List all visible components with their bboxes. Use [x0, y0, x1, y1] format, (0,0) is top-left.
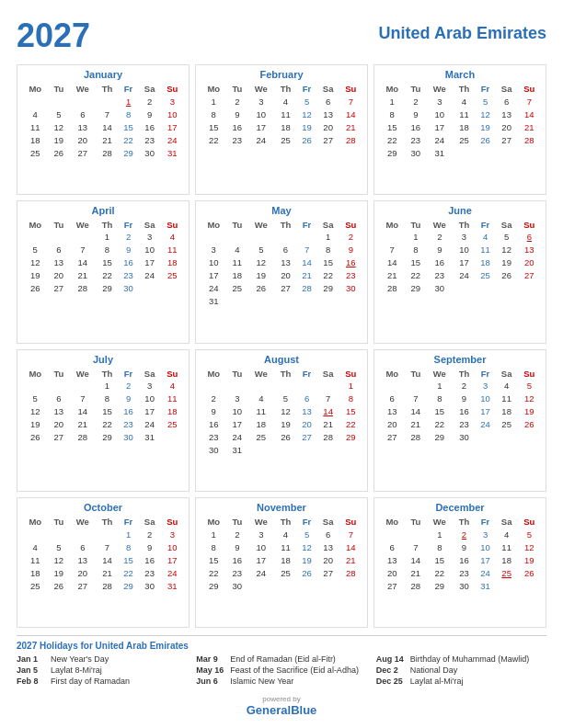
calendar-day: 13	[274, 256, 296, 269]
calendar-day	[227, 380, 248, 392]
calendar-day: 12	[49, 120, 70, 133]
calendar-day: 19	[297, 553, 317, 566]
calendar-day: 8	[406, 244, 427, 256]
calendar-day: 14	[339, 540, 362, 553]
day-header-we: We	[426, 516, 453, 528]
calendars-grid: JanuaryMoTuWeThFrSaSu1234567891011121314…	[17, 64, 546, 628]
calendar-day: 2	[119, 380, 139, 392]
calendar-day: 29	[201, 579, 227, 592]
calendar-day: 27	[518, 269, 541, 282]
holiday-name: End of Ramadan (Eid al-Fitr)	[230, 654, 336, 664]
day-header-fr: Fr	[119, 368, 139, 380]
calendar-day	[274, 444, 296, 457]
calendar-day	[453, 282, 475, 295]
calendar-day: 11	[274, 108, 296, 120]
calendar-day	[49, 95, 70, 108]
calendar-day: 16	[227, 553, 248, 566]
day-header-tu: Tu	[227, 516, 248, 528]
footer-brand-general: General	[247, 703, 291, 717]
calendar-day: 1	[201, 528, 227, 540]
calendar-day: 25	[22, 579, 49, 592]
calendar-day: 28	[317, 431, 339, 444]
calendar-day: 23	[201, 431, 227, 444]
calendar-day: 16	[339, 256, 362, 269]
calendar-table: MoTuWeThFrSaSu12345678910111213141516171…	[22, 368, 184, 444]
calendar-day: 21	[69, 269, 96, 282]
calendar-day: 3	[247, 95, 274, 108]
calendar-day: 15	[317, 256, 339, 269]
calendar-day: 5	[518, 528, 541, 540]
calendar-day: 5	[476, 95, 496, 108]
footer: powered by GeneralBlue	[17, 695, 546, 717]
calendar-day: 8	[379, 108, 406, 120]
calendar-day: 7	[518, 95, 541, 108]
day-header-tu: Tu	[406, 368, 427, 380]
calendar-day: 22	[406, 269, 427, 282]
day-header-sa: Sa	[496, 83, 518, 95]
calendar-day: 25	[161, 269, 184, 282]
month-name: April	[22, 205, 184, 216]
calendar-day: 8	[426, 392, 453, 405]
country-title: United Arab Emirates	[379, 24, 546, 43]
calendar-day: 2	[139, 95, 161, 108]
calendar-day: 20	[49, 269, 70, 282]
calendar-day: 7	[297, 244, 317, 256]
calendar-day: 4	[476, 231, 496, 244]
calendar-day	[274, 231, 296, 244]
calendar-day: 31	[201, 295, 227, 308]
day-header-fr: Fr	[476, 368, 496, 380]
calendar-day: 5	[22, 244, 49, 256]
calendar-day: 3	[453, 231, 475, 244]
calendar-day	[339, 295, 362, 308]
calendar-day: 17	[426, 120, 453, 133]
calendar-day: 4	[496, 380, 518, 392]
calendar-day: 3	[139, 380, 161, 392]
calendar-day: 21	[339, 120, 362, 133]
day-header-su: Su	[339, 368, 362, 380]
calendar-day: 4	[274, 95, 296, 108]
calendar-day: 24	[453, 269, 475, 282]
holiday-name: National Day	[410, 665, 458, 675]
calendar-day: 27	[297, 431, 317, 444]
calendar-day: 4	[161, 231, 184, 244]
calendar-table: MoTuWeThFrSaSu12345678910111213141516171…	[22, 219, 184, 295]
calendar-day: 8	[317, 244, 339, 256]
day-header-fr: Fr	[119, 83, 139, 95]
calendar-day: 2	[139, 528, 161, 540]
calendar-day: 1	[339, 380, 362, 392]
calendar-day: 25	[496, 566, 518, 579]
calendar-day: 26	[297, 133, 317, 146]
calendar-day: 24	[476, 566, 496, 579]
calendar-day: 7	[339, 528, 362, 540]
calendar-day: 4	[274, 528, 296, 540]
day-header-tu: Tu	[49, 368, 70, 380]
holiday-item: Jan 5Laylat 8-Mi'raj	[17, 665, 187, 675]
footer-brand: GeneralBlue	[17, 703, 546, 717]
calendar-day	[49, 231, 70, 244]
calendar-day: 8	[119, 108, 139, 120]
calendar-day: 20	[317, 553, 339, 566]
calendar-day: 26	[476, 133, 496, 146]
day-header-we: We	[426, 219, 453, 231]
calendar-day: 30	[119, 282, 139, 295]
holidays-section: 2027 Holidays for United Arab Emirates J…	[17, 635, 546, 688]
calendar-day: 27	[317, 133, 339, 146]
calendar-day: 20	[379, 566, 406, 579]
calendar-day: 28	[339, 133, 362, 146]
calendar-day: 11	[161, 244, 184, 256]
calendar-day	[227, 231, 248, 244]
calendar-day: 30	[227, 579, 248, 592]
calendar-day: 6	[69, 108, 96, 120]
day-header-we: We	[247, 516, 274, 528]
calendar-day	[247, 295, 274, 308]
day-header-su: Su	[161, 219, 184, 231]
calendar-day	[201, 231, 227, 244]
calendar-day: 27	[69, 146, 96, 159]
calendar-day	[518, 579, 541, 592]
month-name: August	[201, 354, 362, 365]
calendar-day: 10	[476, 392, 496, 405]
calendar-day: 16	[426, 256, 453, 269]
calendar-day: 5	[496, 231, 518, 244]
calendar-day: 6	[518, 231, 541, 244]
calendar-day: 10	[247, 108, 274, 120]
